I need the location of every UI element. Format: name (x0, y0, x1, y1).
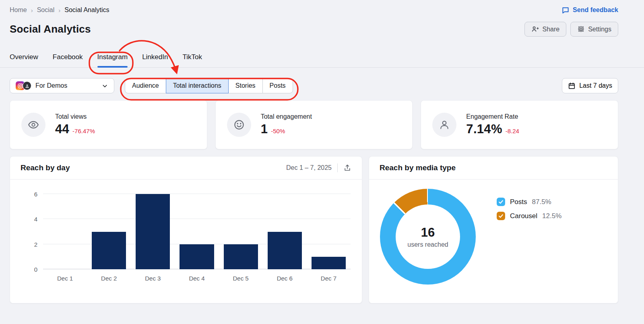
bar-column: Dec 2 (87, 194, 131, 269)
segment-total-interactions[interactable]: Total interactions (166, 78, 229, 93)
x-tick-label: Dec 5 (219, 275, 263, 282)
metric-card-total-engagement: Total engagement 1 -50% (215, 100, 413, 149)
send-feedback-link[interactable]: Send feedback (561, 6, 618, 14)
date-range-button[interactable]: Last 7 days (562, 78, 618, 93)
breadcrumb-social[interactable]: Social (37, 6, 55, 14)
y-tick-label: 0 (34, 266, 37, 273)
metric-delta: -76.47% (72, 128, 95, 134)
chart-date-range: Dec 1 – 7, 2025 (286, 164, 332, 171)
checkbox-checked-icon[interactable] (497, 198, 505, 206)
metric-value: 44 (55, 122, 69, 136)
share-label: Share (542, 26, 559, 33)
segment-posts[interactable]: Posts (262, 78, 293, 93)
person-plus-icon (531, 25, 539, 33)
tab-tiktok[interactable]: TikTok (182, 53, 202, 67)
feedback-label: Send feedback (573, 6, 618, 14)
platform-tabs: Overview Facebook Instagram LinkedIn Tik… (0, 53, 644, 68)
donut-center-value: 16 (421, 225, 435, 240)
profile-selector[interactable]: For Demos (10, 78, 114, 93)
metric-value: 7.14% (466, 122, 502, 136)
person-icon (432, 113, 456, 137)
legend-label: Posts (510, 198, 527, 206)
metric-label: Total engagement (261, 113, 312, 120)
legend-item-carousel[interactable]: Carousel 12.5% (497, 212, 561, 220)
bar-column: Dec 1 (43, 194, 87, 269)
metric-card-total-views: Total views 44 -76.47% (10, 100, 207, 149)
top-bar: Home › Social › Social Analytics Send fe… (10, 0, 618, 14)
metric-segmented-control: Audience Total interactions Stories Post… (125, 78, 293, 93)
bar-series: Dec 1 Dec 2 Dec 3 Dec 4 Dec 5 Dec 6 Dec … (43, 194, 351, 269)
y-tick-label: 6 (34, 191, 37, 198)
smiley-icon (227, 113, 251, 137)
bar-plot: 0246 Dec 1 Dec 2 Dec 3 Dec 4 Dec 5 Dec 6… (43, 194, 351, 269)
bar (224, 244, 258, 269)
settings-button[interactable]: Settings (570, 22, 618, 37)
gear-icon (577, 25, 585, 33)
chevron-right-icon: › (31, 7, 33, 14)
x-tick-label: Dec 2 (87, 275, 131, 282)
bar-column: Dec 5 (219, 194, 263, 269)
divider (337, 163, 338, 172)
settings-label: Settings (588, 26, 611, 33)
chevron-right-icon: › (58, 7, 60, 14)
x-tick-label: Dec 7 (307, 275, 351, 282)
x-tick-label: Dec 4 (175, 275, 219, 282)
x-tick-label: Dec 1 (43, 275, 87, 282)
bar (92, 232, 126, 270)
bar (312, 257, 346, 269)
breadcrumb-home[interactable]: Home (10, 6, 27, 14)
donut-legend: Posts 87.5% Carousel 12.5% (497, 198, 561, 285)
bar-column: Dec 4 (175, 194, 219, 269)
metric-delta: -8.24 (506, 128, 519, 134)
metric-delta: -50% (271, 128, 285, 134)
metric-label: Total views (55, 113, 95, 120)
checkbox-checked-icon[interactable] (497, 212, 505, 220)
reach-by-media-type-card: Reach by media type 16 users reached Pos… (369, 156, 618, 303)
metric-label: Engagement Rate (466, 113, 519, 120)
metric-value: 1 (261, 122, 268, 136)
bar-column: Dec 3 (131, 194, 175, 269)
tab-overview[interactable]: Overview (10, 53, 38, 67)
segment-audience[interactable]: Audience (125, 78, 166, 93)
bar (180, 244, 214, 269)
profile-avatar (23, 81, 31, 90)
share-button[interactable]: Share (524, 22, 566, 37)
profile-name: For Demos (35, 82, 101, 89)
metric-card-engagement-rate: Engagement Rate 7.14% -8.24 (421, 100, 618, 149)
donut-center: 16 users reached (396, 204, 460, 269)
chart-title: Reach by media type (380, 163, 456, 172)
chevron-down-icon (101, 83, 108, 89)
date-range-label: Last 7 days (579, 82, 612, 89)
bar (136, 194, 170, 269)
chart-title: Reach by day (21, 163, 70, 172)
bar-column: Dec 7 (307, 194, 351, 269)
donut-center-label: users reached (407, 241, 448, 248)
legend-value: 12.5% (542, 212, 561, 220)
legend-label: Carousel (510, 212, 537, 220)
x-tick-label: Dec 6 (263, 275, 307, 282)
calendar-icon (568, 82, 576, 90)
breadcrumb: Home › Social › Social Analytics (10, 6, 109, 14)
donut-chart: 16 users reached (380, 189, 476, 285)
bar-column: Dec 6 (263, 194, 307, 269)
tab-linkedin[interactable]: LinkedIn (142, 53, 168, 67)
export-icon[interactable] (343, 164, 351, 172)
tab-instagram[interactable]: Instagram (97, 53, 128, 67)
reach-by-day-card: Reach by day Dec 1 – 7, 2025 0246 Dec 1 … (10, 156, 362, 303)
segment-stories[interactable]: Stories (228, 78, 263, 93)
eye-icon (21, 113, 45, 137)
tab-facebook[interactable]: Facebook (53, 53, 83, 67)
legend-item-posts[interactable]: Posts 87.5% (497, 198, 561, 206)
feedback-bubble-icon (561, 6, 570, 14)
breadcrumb-current: Social Analytics (64, 6, 109, 14)
y-tick-label: 4 (34, 216, 37, 223)
x-tick-label: Dec 3 (131, 275, 175, 282)
y-tick-label: 2 (34, 241, 37, 248)
bar (268, 232, 302, 270)
page-title: Social Analytics (10, 23, 91, 35)
legend-value: 87.5% (532, 198, 551, 206)
